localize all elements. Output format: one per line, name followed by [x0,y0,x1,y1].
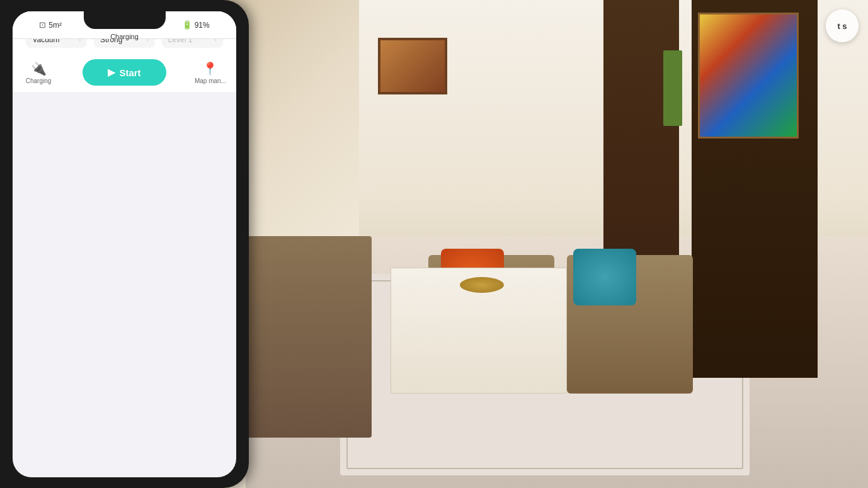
plant [663,50,682,126]
bottom-nav: 🔌 Charging ▶ Start 📍 Map man... [13,55,236,92]
charging-nav-item[interactable]: 🔌 Charging [23,61,54,84]
artwork-right [698,13,799,139]
map-label: Map man... [195,77,226,84]
status-bar: Charging [13,29,236,44]
charging-icon: 🔌 [31,61,47,76]
battery-value: 91% [195,21,210,30]
play-icon: ▶ [108,67,115,78]
sofa [246,236,372,438]
artwork-left [378,38,447,94]
phone-screen: Charging ⊡ 5m² ◷ 5 🔋 91% [13,11,236,477]
charging-status-text: Charging [110,33,139,40]
map-icon: 📍 [202,61,218,76]
battery-icon: 🔋 [182,20,192,30]
phone-notch [84,11,166,29]
area-value: 5m² [49,21,62,30]
phone-frame: Charging ⊡ 5m² ◷ 5 🔋 91% [0,0,249,488]
watermark: t s [826,9,859,42]
scan-icon: ⊡ [39,20,46,30]
battery-stat: 🔋 91% [182,20,210,30]
cushion-teal [573,249,636,305]
area-stat: ⊡ 5m² [39,20,62,30]
map-nav-item[interactable]: 📍 Map man... [195,61,226,84]
charging-label: Charging [26,77,52,84]
bowl [460,277,504,293]
start-button[interactable]: ▶ Start [83,59,166,86]
